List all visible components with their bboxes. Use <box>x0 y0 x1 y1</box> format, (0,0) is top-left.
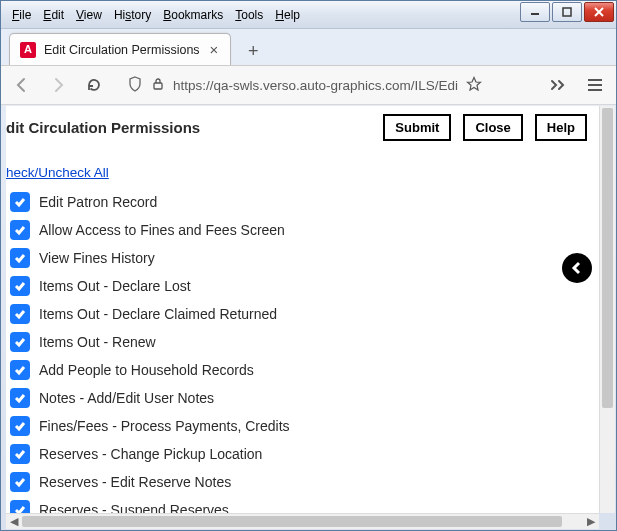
permission-label: Add People to Household Records <box>39 362 254 378</box>
window-maximize-button[interactable] <box>552 2 582 22</box>
checkbox[interactable] <box>10 304 30 324</box>
permission-label: Edit Patron Record <box>39 194 157 210</box>
menu-help[interactable]: Help <box>270 5 305 25</box>
checkbox[interactable] <box>10 500 30 513</box>
tab-title: Edit Circulation Permissions <box>44 43 200 57</box>
horizontal-scrollbar[interactable]: ◀ ▶ <box>6 513 599 529</box>
permission-row: Add People to Household Records <box>10 356 599 384</box>
checkbox[interactable] <box>10 444 30 464</box>
reload-button[interactable] <box>83 74 105 96</box>
permission-row: Items Out - Declare Claimed Returned <box>10 300 599 328</box>
menubar: File Edit View History Bookmarks Tools H… <box>1 5 305 25</box>
permission-label: Items Out - Declare Claimed Returned <box>39 306 277 322</box>
permission-label: Allow Access to Fines and Fees Screen <box>39 222 285 238</box>
svg-rect-4 <box>154 83 162 89</box>
window-minimize-button[interactable] <box>520 2 550 22</box>
permission-row: Reserves - Suspend Reserves <box>10 496 599 513</box>
permission-row: Items Out - Declare Lost <box>10 272 599 300</box>
tab-close-icon[interactable]: × <box>208 41 221 58</box>
svg-rect-1 <box>563 8 571 16</box>
permission-label: Items Out - Renew <box>39 334 156 350</box>
permission-row: Items Out - Renew <box>10 328 599 356</box>
menu-edit[interactable]: Edit <box>38 5 69 25</box>
submit-button[interactable]: Submit <box>383 114 451 141</box>
shield-icon[interactable] <box>127 76 143 95</box>
checkbox[interactable] <box>10 332 30 352</box>
permission-row: Reserves - Edit Reserve Notes <box>10 468 599 496</box>
menu-view[interactable]: View <box>71 5 107 25</box>
browser-toolbar: https://qa-swls.verso.auto-graphics.com/… <box>1 65 616 105</box>
scroll-left-arrow-icon[interactable]: ◀ <box>6 515 22 528</box>
angular-icon <box>20 42 36 58</box>
bookmark-star-icon[interactable] <box>466 76 482 95</box>
checkbox[interactable] <box>10 276 30 296</box>
help-button[interactable]: Help <box>535 114 587 141</box>
collapse-panel-button[interactable] <box>562 253 592 283</box>
menu-file[interactable]: File <box>7 5 36 25</box>
permission-row: View Fines History <box>10 244 599 272</box>
scroll-right-arrow-icon[interactable]: ▶ <box>583 515 599 528</box>
forward-button[interactable] <box>47 74 69 96</box>
permission-row: Notes - Add/Edit User Notes <box>10 384 599 412</box>
menu-bookmarks[interactable]: Bookmarks <box>158 5 228 25</box>
permission-label: Fines/Fees - Process Payments, Credits <box>39 418 290 434</box>
tab-strip: Edit Circulation Permissions × + <box>1 29 616 65</box>
menu-tools[interactable]: Tools <box>230 5 268 25</box>
permission-row: Fines/Fees - Process Payments, Credits <box>10 412 599 440</box>
url-text: https://qa-swls.verso.auto-graphics.com/… <box>173 78 458 93</box>
checkbox[interactable] <box>10 360 30 380</box>
back-button[interactable] <box>11 74 33 96</box>
check-uncheck-all-link[interactable]: heck/Uncheck All <box>6 165 109 180</box>
hamburger-menu-icon[interactable] <box>584 74 606 96</box>
permission-row: Allow Access to Fines and Fees Screen <box>10 216 599 244</box>
page-title: dit Circulation Permissions <box>6 119 383 136</box>
permission-label: View Fines History <box>39 250 155 266</box>
permission-label: Items Out - Declare Lost <box>39 278 191 294</box>
checkbox[interactable] <box>10 248 30 268</box>
permission-label: Notes - Add/Edit User Notes <box>39 390 214 406</box>
checkbox[interactable] <box>10 416 30 436</box>
checkbox[interactable] <box>10 192 30 212</box>
address-bar[interactable]: https://qa-swls.verso.auto-graphics.com/… <box>119 70 534 100</box>
permission-label: Reserves - Edit Reserve Notes <box>39 474 231 490</box>
browser-tab[interactable]: Edit Circulation Permissions × <box>9 33 231 65</box>
permission-row: Edit Patron Record <box>10 188 599 216</box>
horizontal-scrollbar-thumb[interactable] <box>22 516 562 527</box>
checkbox[interactable] <box>10 388 30 408</box>
lock-icon[interactable] <box>151 77 165 94</box>
vertical-scrollbar[interactable] <box>599 106 615 513</box>
page-content: dit Circulation Permissions Submit Close… <box>6 106 599 513</box>
menu-history[interactable]: History <box>109 5 156 25</box>
overflow-chevron-icon[interactable] <box>548 74 570 96</box>
permission-label: Reserves - Suspend Reserves <box>39 502 229 513</box>
vertical-scrollbar-thumb[interactable] <box>602 108 613 408</box>
permissions-list: Edit Patron RecordAllow Access to Fines … <box>6 188 599 513</box>
titlebar: File Edit View History Bookmarks Tools H… <box>1 1 616 29</box>
permission-row: Reserves - Change Pickup Location <box>10 440 599 468</box>
checkbox[interactable] <box>10 472 30 492</box>
checkbox[interactable] <box>10 220 30 240</box>
new-tab-button[interactable]: + <box>239 37 267 65</box>
close-button[interactable]: Close <box>463 114 522 141</box>
window-close-button[interactable] <box>584 2 614 22</box>
permission-label: Reserves - Change Pickup Location <box>39 446 262 462</box>
